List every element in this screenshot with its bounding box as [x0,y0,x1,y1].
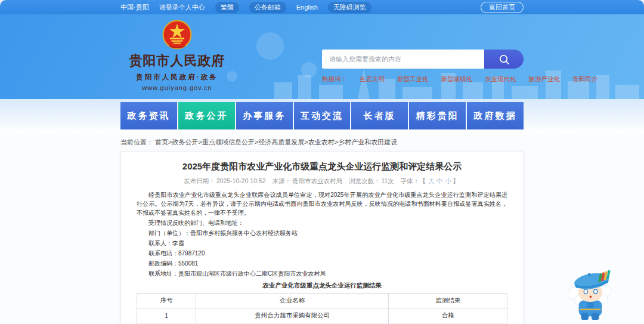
search-button[interactable] [484,50,524,69]
hot-search-term[interactable]: 生态文明 [360,75,385,84]
search-icon [499,54,510,65]
col-header-result: 监测结果 [389,294,507,308]
font-size-medium[interactable]: 中 [436,177,443,184]
site-subtitle: 贵阳市人民政府·政务 [136,73,218,82]
hot-search-term[interactable]: 贵阳简介 [572,75,597,84]
font-size-selector: 字体：【大中小】 [401,177,460,184]
hot-search-term[interactable]: 农业现代化 [485,75,516,84]
article-paragraph: 邮政编码：550081 [137,259,507,268]
mascot-assistant[interactable] [564,267,616,322]
col-header-company: 企业名称 [196,294,389,308]
article-paragraph: 部门（单位）：贵阳市乡村振兴服务中心农村经济服务站 [137,229,507,237]
accessibility-link[interactable]: 无障碍浏览 [328,2,371,13]
article-paragraph: 经贵阳市农业产业化市级重点龙头企业联席会议成员单位审定，现对2025年开展的农业… [137,190,507,217]
cell-company: 贵州合力超市采购有限公司 [196,308,389,323]
article-meta: 发布日期：2025-10-20 10:52 来源：贵阳市农业农村局 浏览次数：1… [137,177,507,186]
national-emblem-icon [162,19,193,50]
font-size-large[interactable]: 大 [428,177,435,184]
english-link[interactable]: English [296,4,318,11]
region-link[interactable]: 中国·贵阳 [120,3,149,12]
search-input[interactable] [322,50,484,69]
publish-date-label: 发布日期： [184,177,215,184]
publish-date-value: 2025-10-20 10:52 [216,177,266,184]
font-size-label-end: 】 [453,177,459,184]
nav-tab-banshi-fuwu[interactable]: 办事服务 [236,102,293,129]
site-logo-block[interactable]: 贵阳市人民政府 贵阳市人民政府·政务 www.guiyang.gov.cn [120,19,234,99]
table-row: 1 贵州合力超市采购有限公司 合格 [137,308,507,323]
article-paragraph: 联系地址：贵阳市观山湖区市级行政中心二期C区贵阳市农业农村局 [137,269,507,278]
nav-tab-zhangzheban[interactable]: 长者版 [351,102,408,129]
back-to-home-button[interactable]: 返回首页 [481,2,524,13]
traditional-chinese-link[interactable]: 繁體 [215,2,239,13]
font-size-small[interactable]: 小 [445,177,452,184]
table-header-row: 序号 企业名称 监测结果 [137,294,507,308]
hot-search-row: 热搜词： 生态文明 新型工业化 新型城镇化 农业现代化 旅游产业化 贵阳简介 [322,75,524,84]
site-title: 贵阳市人民政府 [129,52,225,70]
views-value: 11次 [381,177,394,184]
guiyang-gov-page: 中国·贵阳 请登录个人中心 繁體 公务邮箱 English 无障碍浏览 返回首页 [0,0,644,324]
article-paragraph: 联系电话：87987120 [137,249,507,258]
official-mail-link[interactable]: 公务邮箱 [249,2,286,13]
article-title: 2025年度贵阳市农业产业化市级重点龙头企业运行监测和评定结果公示 [137,161,507,172]
hot-search-term[interactable]: 旅游产业化 [529,75,561,84]
login-link[interactable]: 请登录个人中心 [159,3,205,12]
search-area: 热搜词： 生态文明 新型工业化 新型城镇化 农业现代化 旅游产业化 贵阳简介 [322,50,524,99]
results-table-caption: 农业产业化市级重点龙头企业运行监测结果 [137,282,507,290]
breadcrumb-path[interactable]: 首页>政务公开>重点领域信息公开>经济高质量发展>农业农村>乡村产业和农田建设 [155,138,397,146]
col-header-index: 序号 [137,294,196,308]
source-label: 来源： [273,177,292,184]
nav-tab-hudong-jiaoliu[interactable]: 互动交流 [294,102,351,129]
hot-search-term[interactable]: 新型工业化 [397,75,429,84]
hot-search-term[interactable]: 新型城镇化 [441,75,473,84]
breadcrumb-label: 当前位置： [120,138,153,146]
nav-tab-jingcai-guiyang[interactable]: 精彩贵阳 [409,102,466,129]
cell-index: 1 [137,308,196,323]
breadcrumb: 当前位置： 首页>政务公开>重点领域信息公开>经济高质量发展>农业农村>乡村产业… [120,138,524,147]
article-body: 经贵阳市农业产业化市级重点龙头企业联席会议成员单位审定，现对2025年开展的农业… [137,190,507,278]
monitoring-results-table: 序号 企业名称 监测结果 1 贵州合力超市采购有限公司 合格 2 贵州友禾种业有… [137,293,507,324]
article-card: 2025年度贵阳市农业产业化市级重点龙头企业运行监测和评定结果公示 发布日期：2… [120,151,524,324]
hot-search-label: 热搜词： [322,75,347,84]
views-label: 浏览次数： [349,177,380,184]
article-paragraph: 受理情况反映的部门、电话和地址： [137,218,507,227]
nav-tab-zhengwu-zixun[interactable]: 政务资讯 [120,102,177,129]
source-value: 贵阳市农业农村局 [292,177,342,184]
nav-tab-zhengfu-shuju[interactable]: 政府数据 [467,102,524,129]
top-utility-bar: 中国·贵阳 请登录个人中心 繁體 公务邮箱 English 无障碍浏览 返回首页 [0,0,644,14]
cell-result: 合格 [389,308,507,323]
site-url: www.guiyang.gov.cn [142,84,212,91]
font-size-label: 字体：【 [401,177,426,184]
site-header-banner: 贵阳市人民政府 贵阳市人民政府·政务 www.guiyang.gov.cn 热搜… [0,14,644,99]
primary-nav: 政务资讯 政务公开 办事服务 互动交流 长者版 精彩贵阳 政府数据 [0,99,644,132]
nav-tab-zhengwu-gongkai[interactable]: 政务公开 [178,102,235,129]
article-paragraph: 联系人：李霞 [137,239,507,248]
